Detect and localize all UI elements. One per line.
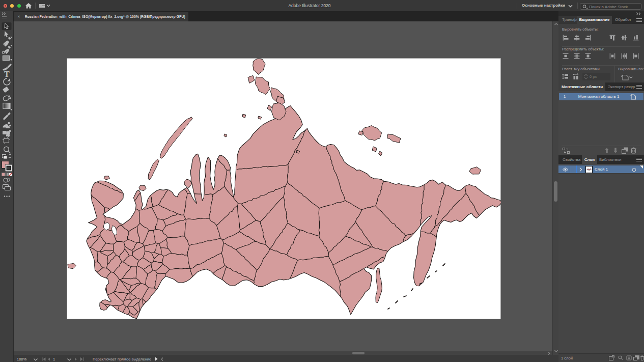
svg-text:T: T <box>4 70 10 78</box>
